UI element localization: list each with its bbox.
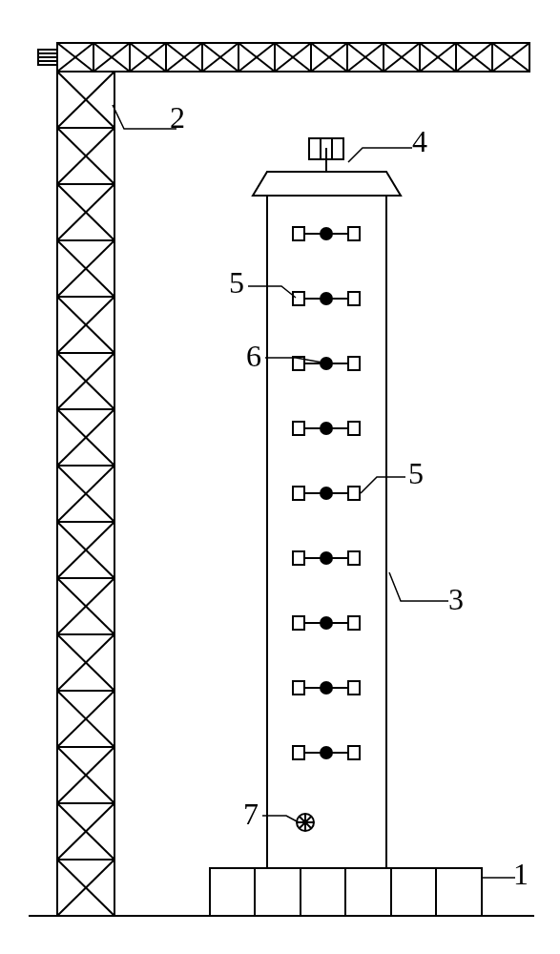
crane-tower [57,72,114,916]
sensor-row [293,487,360,500]
sensor-row [293,616,360,630]
svg-rect-107 [348,292,360,305]
svg-rect-123 [348,551,360,565]
label-sensor-left: 5 [229,265,244,301]
column-cap [253,172,401,196]
leader-lines [113,105,515,914]
svg-rect-100 [293,227,304,240]
label-sensor-right: 5 [408,456,424,491]
leader-5b [361,477,405,493]
label-column: 3 [448,582,464,617]
svg-rect-135 [348,746,360,759]
svg-rect-104 [293,292,304,305]
sensor-row [293,422,360,435]
svg-rect-120 [293,551,304,565]
leader-2 [113,105,176,129]
leader-1 [482,878,515,914]
crane-jib [38,43,529,72]
technical-diagram [0,0,560,954]
label-bottom-item: 7 [243,797,259,832]
label-top-device: 4 [412,124,427,159]
svg-rect-127 [348,616,360,630]
leader-5a [248,286,296,298]
svg-rect-112 [293,422,304,435]
leader-4 [348,148,412,162]
base-platform [210,868,482,916]
sensor-row [293,292,360,305]
sensor-row [293,551,360,565]
label-base: 1 [513,857,529,892]
label-sensor-mid: 6 [246,339,261,374]
sensor-row [293,227,360,240]
leader-3 [389,572,448,601]
svg-rect-103 [348,227,360,240]
sensor-row [293,746,360,759]
svg-rect-124 [293,616,304,630]
top-device [309,138,343,172]
svg-rect-128 [293,681,304,695]
svg-rect-116 [293,487,304,500]
sensor-array [293,227,360,759]
svg-rect-115 [348,422,360,435]
svg-rect-131 [348,681,360,695]
label-crane: 2 [170,100,185,135]
svg-rect-132 [293,746,304,759]
jib-bracing [57,43,529,72]
bottom-item [297,814,314,831]
sensor-row [293,681,360,695]
svg-rect-119 [348,487,360,500]
svg-rect-111 [348,357,360,370]
crane-bracing [57,72,114,916]
